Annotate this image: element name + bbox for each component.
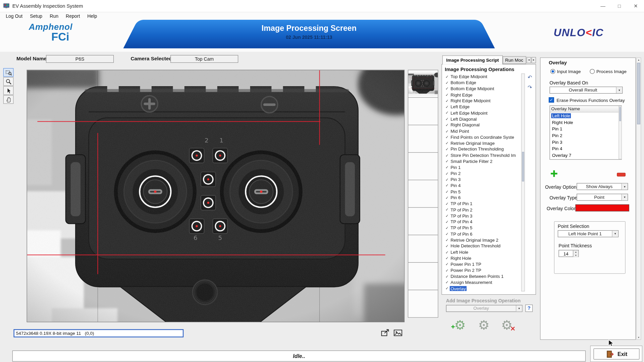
- zoom-region-tool-button[interactable]: [3, 68, 14, 77]
- operation-row[interactable]: ✓ Power Pin 2 TP: [444, 267, 521, 273]
- remove-overlay-button[interactable]: [617, 173, 626, 177]
- tab-scroll-left-button[interactable]: ◄: [527, 57, 531, 63]
- thumbnail-cell[interactable]: [408, 70, 438, 98]
- operation-row[interactable]: ✓ Left Diagonal: [444, 116, 521, 122]
- operation-row[interactable]: ✓ Overlay: [444, 285, 521, 291]
- menu-item[interactable]: Setup: [26, 12, 46, 20]
- tab-run-mode[interactable]: Run Moc: [503, 56, 526, 64]
- operation-row[interactable]: ✓ Pin 6: [444, 194, 521, 200]
- run-operation-button[interactable]: ⚙ +: [451, 316, 469, 335]
- operation-row[interactable]: ✓ Pin Detection Thresholding: [444, 146, 521, 152]
- overlay-name-row[interactable]: Pin 2: [550, 132, 622, 139]
- operation-row[interactable]: ✓ Find Points on Coordinate Syste: [444, 134, 521, 140]
- menu-item[interactable]: Log Out: [2, 12, 26, 20]
- operation-row[interactable]: ✓ Top Edge Midpoint: [444, 73, 521, 79]
- operation-row[interactable]: ✓ Bottom Edge Midpoint: [444, 85, 521, 92]
- undo-icon[interactable]: ↶: [527, 73, 533, 81]
- thumbnail-cell[interactable]: [408, 290, 438, 317]
- operation-row[interactable]: ✓ Left Hole: [444, 249, 521, 255]
- operation-row[interactable]: ✓ Hole Detection Threshold: [444, 243, 521, 249]
- operation-row[interactable]: ✓ Small Particle Filter 2: [444, 158, 521, 164]
- operations-scrollbar[interactable]: [521, 73, 525, 291]
- operation-row[interactable]: ✓ TP of Pin 2: [444, 207, 521, 213]
- scrollbar-thumb[interactable]: [637, 63, 640, 124]
- overlay-color-swatch[interactable]: [576, 204, 629, 212]
- overlay-name-row[interactable]: Pin 1: [550, 126, 622, 132]
- overlay-name-row[interactable]: Left Hole: [550, 113, 622, 119]
- tab-scroll-right-button[interactable]: ►: [531, 57, 536, 63]
- maximize-button[interactable]: □: [611, 0, 628, 12]
- exit-button[interactable]: Exit: [593, 349, 639, 360]
- operation-row[interactable]: ✓ Bottom Edge: [444, 79, 521, 85]
- thumbnail-cell[interactable]: [408, 97, 438, 125]
- camera-selected-field[interactable]: [170, 55, 238, 63]
- operation-row[interactable]: ✓ TP of Pin 5: [444, 225, 521, 231]
- radio-input-image[interactable]: Input Image: [550, 69, 581, 74]
- menu-item[interactable]: Report: [62, 12, 84, 20]
- help-button[interactable]: ?: [525, 305, 533, 312]
- scroll-up-icon[interactable]: ▲: [637, 58, 641, 62]
- operation-row[interactable]: ✓ Power Pin 1 TP: [444, 261, 521, 267]
- add-operation-select[interactable]: Overlay ▼: [446, 305, 523, 312]
- operation-row[interactable]: ✓ Pin 4: [444, 182, 521, 188]
- close-button[interactable]: ✕: [628, 0, 644, 12]
- operation-row[interactable]: ✓ Retrive Original Image: [444, 140, 521, 146]
- operation-row[interactable]: ✓ TP of Pin 3: [444, 213, 521, 219]
- thumbnail-cell[interactable]: [408, 207, 438, 235]
- tab-image-processing-script[interactable]: Image Processing Script: [442, 55, 503, 64]
- operation-row[interactable]: ✓ TP of Pin 6: [444, 231, 521, 237]
- operation-row[interactable]: ✓ Retrive Original Image 2: [444, 237, 521, 243]
- overlay-type-select[interactable]: Point ▼: [577, 194, 628, 201]
- thumbnail-cell[interactable]: [408, 262, 438, 290]
- overlay-name-row[interactable]: Overlay 7: [550, 152, 622, 159]
- operation-row[interactable]: ✓ Pin 1: [444, 164, 521, 170]
- redo-icon[interactable]: ↷: [527, 83, 533, 91]
- operation-row[interactable]: ✓ Pin 2: [444, 170, 521, 176]
- minimize-button[interactable]: —: [595, 0, 611, 12]
- scroll-down-icon[interactable]: ▼: [637, 335, 641, 339]
- scrollbar-thumb[interactable]: [620, 107, 621, 121]
- overlay-name-row[interactable]: Right Hole: [550, 119, 622, 126]
- operation-row[interactable]: ✓ Distance Between Points 1: [444, 273, 521, 279]
- panel-scrollbar[interactable]: ▲ ▼: [636, 57, 641, 340]
- operation-row[interactable]: ✓ Pin 3: [444, 176, 521, 182]
- overlay-option-select[interactable]: Show Always ▼: [577, 183, 628, 190]
- operation-row[interactable]: ✓ Pin 5: [444, 188, 521, 194]
- operation-row[interactable]: ✓ Left Edge Midpoint: [444, 110, 521, 116]
- point-thickness-input[interactable]: [558, 250, 573, 257]
- model-name-field[interactable]: [46, 55, 114, 63]
- overlay-name-row[interactable]: Pin 4: [550, 145, 622, 152]
- spinner-up-icon[interactable]: ▲: [573, 250, 578, 254]
- operation-row[interactable]: ✓ TP of Pin 4: [444, 219, 521, 225]
- pointer-tool-button[interactable]: [3, 86, 14, 95]
- menu-item[interactable]: Run: [46, 12, 62, 20]
- export-image-button[interactable]: [380, 328, 391, 338]
- edit-operation-button[interactable]: ⚙: [475, 316, 493, 335]
- image-tools-button[interactable]: [393, 328, 404, 338]
- operation-row[interactable]: ✓ Left Edge: [444, 104, 521, 110]
- radio-process-image[interactable]: Process Image: [590, 69, 626, 74]
- scrollbar-thumb[interactable]: [522, 152, 524, 181]
- thumbnail-cell[interactable]: [408, 152, 438, 180]
- erase-overlay-checkbox[interactable]: ✓ Erase Previous Functions Overlay: [549, 97, 625, 103]
- menu-item[interactable]: Help: [84, 12, 101, 20]
- thumbnail-cell[interactable]: [408, 180, 438, 207]
- spinner-down-icon[interactable]: ▼: [573, 254, 578, 257]
- operation-row[interactable]: ✓ Mid Point: [444, 128, 521, 134]
- pan-tool-button[interactable]: [3, 95, 14, 104]
- overlay-name-row[interactable]: Pin 3: [550, 139, 622, 145]
- operation-row[interactable]: ✓ Store Pin Detection Threshold Im: [444, 152, 521, 158]
- point-selection-select[interactable]: Left Hole Point 1 ▼: [558, 230, 619, 237]
- thumbnail-cell[interactable]: [408, 125, 438, 153]
- camera-image[interactable]: 2 1 6 5: [27, 70, 405, 322]
- delete-operation-button[interactable]: ⚙ ✕: [498, 316, 516, 335]
- operation-row[interactable]: ✓ TP of Pin 1: [444, 200, 521, 206]
- overlay-list-scrollbar[interactable]: [619, 106, 622, 159]
- operation-row[interactable]: ✓ Right Edge Midpoint: [444, 98, 521, 104]
- zoom-tool-button[interactable]: [3, 77, 14, 86]
- operation-row[interactable]: ✓ Right Diagonal: [444, 122, 521, 128]
- thumbnail-cell[interactable]: [408, 235, 438, 262]
- operation-row[interactable]: ✓ Right Hole: [444, 255, 521, 261]
- operation-row[interactable]: ✓ Assign Measurement: [444, 279, 521, 285]
- add-overlay-button[interactable]: [549, 170, 558, 179]
